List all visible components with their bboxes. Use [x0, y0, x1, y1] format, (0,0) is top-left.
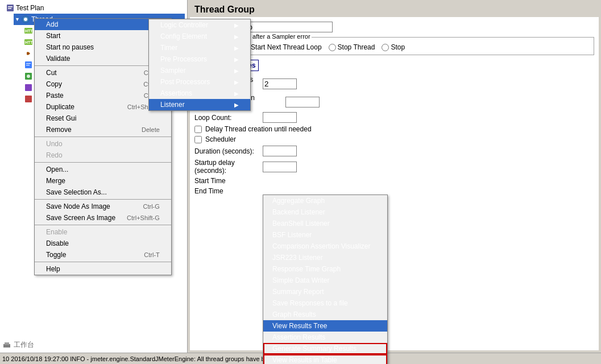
- logic-controller-label: Logic Controller: [160, 21, 208, 29]
- radio-start-next-label: Start Next Thread Loop: [251, 43, 322, 51]
- submenu-add-timer[interactable]: Timer ▶: [149, 42, 250, 53]
- radio-stop-input[interactable]: [382, 44, 389, 51]
- menu-item-save-selection-label: Save Selection As...: [46, 188, 107, 196]
- right-body: Name: Action to be taken after a Sampler…: [190, 17, 599, 350]
- listener-aggregate-graph-label: Aggregate Graph: [272, 197, 325, 205]
- workbench-label: 工作台: [14, 340, 34, 350]
- svg-rect-11: [26, 63, 31, 64]
- menu-item-save-node-shortcut: Ctrl-G: [143, 203, 160, 210]
- scheduler-row: Scheduler: [194, 135, 594, 143]
- starttime-label: Start Time: [194, 177, 263, 185]
- listener-generate-summary[interactable]: Generate Summary Results: [263, 343, 387, 354]
- radio-stop-thread-label: Stop Thread: [338, 43, 375, 51]
- duration-input[interactable]: [263, 146, 297, 156]
- submenu-add-post-processors[interactable]: Post Processors ▶: [149, 76, 250, 88]
- startup-input[interactable]: [263, 162, 297, 172]
- tree-item-test-plan[interactable]: Test Plan: [5, 2, 185, 14]
- submenu-add-pre-processors[interactable]: Pre Processors ▶: [149, 53, 250, 65]
- menu-item-enable: Enable: [35, 226, 171, 238]
- listener-graph-results[interactable]: Graph Results: [263, 309, 387, 320]
- threads-input[interactable]: [263, 78, 297, 89]
- sampler-label: Sampler: [160, 67, 186, 75]
- menu-item-validate-label: Validate: [46, 55, 70, 63]
- listener-view-results-table-label: View Results in Table: [272, 356, 337, 364]
- listener-bsf-label: BSF Listener: [272, 231, 312, 239]
- listener-beanshell[interactable]: BeanShell Listener: [263, 218, 387, 229]
- threads-row: Number of Threads (users):: [194, 76, 594, 92]
- delay-scheduler-row: Delay Thread creation until needed: [194, 125, 594, 133]
- listener-jsr223[interactable]: JSR223 Listener: [263, 252, 387, 263]
- timer-label: Timer: [160, 44, 177, 52]
- listener-assertion-results[interactable]: Assertion Results: [263, 332, 387, 343]
- menu-item-reset-gui[interactable]: Reset Gui: [35, 113, 171, 124]
- menu-item-disable[interactable]: Disable: [35, 238, 171, 249]
- post-processors-label: Post Processors: [160, 78, 210, 86]
- submenu-arrow-logic: ▶: [234, 22, 239, 28]
- radio-stop-thread[interactable]: Stop Thread: [329, 43, 375, 51]
- submenu-arrow-listener: ▶: [234, 102, 239, 108]
- menu-item-save-selection[interactable]: Save Selection As...: [35, 187, 171, 198]
- workbench-icon: [2, 340, 11, 350]
- scheduler-label: Scheduler: [205, 135, 236, 143]
- menu-item-save-node-image-label: Save Node As Image: [46, 202, 110, 210]
- duration-row: Duration (seconds):: [194, 146, 594, 156]
- listener-backend[interactable]: Backend Listener: [263, 206, 387, 218]
- separator-6: [35, 262, 171, 262]
- listener-simple-data-label: Simple Data Writer: [272, 276, 329, 284]
- submenu-add-sampler[interactable]: Sampler ▶: [149, 65, 250, 76]
- submenu-add-config[interactable]: Config Element ▶: [149, 31, 250, 42]
- assertions-label: Assertions: [160, 89, 192, 97]
- svg-rect-12: [26, 65, 30, 65]
- menu-item-add[interactable]: Add ▶ Logic Controller ▶ Config Element …: [35, 19, 171, 30]
- separator-2: [35, 136, 171, 137]
- svg-text:HTTP: HTTP: [25, 40, 33, 44]
- svg-text:HTTP: HTTP: [25, 29, 33, 33]
- menu-item-save-screen-image[interactable]: Save Screen As Image Ctrl+Shift-G: [35, 212, 171, 224]
- status-text: 10 2016/10/18 19:27:00 INFO - jmeter.eng…: [2, 355, 296, 362]
- listener-comparison[interactable]: Comparison Assertion Visualizer: [263, 241, 387, 252]
- listener-save-responses-label: Save Responses to a file: [272, 299, 348, 307]
- menu-item-enable-label: Enable: [46, 228, 67, 236]
- radio-stop[interactable]: Stop: [382, 43, 405, 51]
- listener-backend-label: Backend Listener: [272, 208, 325, 216]
- duration-label: Duration (seconds):: [194, 147, 263, 155]
- submenu-add-listener[interactable]: Listener ▶ Aggregate Graph Backend Liste…: [149, 99, 250, 110]
- menu-item-merge[interactable]: Merge: [35, 175, 171, 187]
- menu-item-start-label: Start: [46, 32, 60, 40]
- listener-beanshell-label: BeanShell Listener: [272, 220, 330, 228]
- rampup-input[interactable]: [285, 97, 320, 107]
- listener-simple-data[interactable]: Simple Data Writer: [263, 275, 387, 286]
- listener-save-responses[interactable]: Save Responses to a file: [263, 297, 387, 309]
- menu-item-help[interactable]: Help: [35, 263, 171, 275]
- listener-label: Listener: [160, 101, 185, 109]
- menu-item-save-node-image[interactable]: Save Node As Image Ctrl-G: [35, 201, 171, 212]
- delay-scheduler-checkbox[interactable]: [194, 126, 202, 133]
- listener-response-time[interactable]: Response Time Graph: [263, 263, 387, 275]
- menu-item-remove[interactable]: Remove Delete: [35, 124, 171, 135]
- listener-summary-report[interactable]: Summary Report: [263, 286, 387, 297]
- menu-item-open[interactable]: Open...: [35, 164, 171, 175]
- radio-start-next[interactable]: Start Next Thread Loop: [242, 43, 322, 51]
- listener-aggregate-graph[interactable]: Aggregate Graph: [263, 195, 387, 206]
- listener-bsf[interactable]: BSF Listener: [263, 229, 387, 241]
- submenu-add-logic-controller[interactable]: Logic Controller ▶: [149, 19, 250, 31]
- separator-5: [35, 225, 171, 225]
- listener-jsr223-label: JSR223 Listener: [272, 254, 323, 262]
- workbench-area: 工作台: [0, 337, 187, 353]
- submenu-arrow-pre: ▶: [234, 56, 239, 63]
- rampup-row: Ramp-Up Period (in seconds):: [194, 94, 594, 110]
- submenu-add-assertions[interactable]: Assertions ▶: [149, 88, 250, 99]
- delay-scheduler-label: Delay Thread creation until needed: [205, 125, 312, 133]
- radio-stop-thread-input[interactable]: [329, 44, 336, 51]
- radio-stop-label: Stop: [391, 43, 405, 51]
- summary-icon: [24, 60, 33, 69]
- pre-processors-label: Pre Processors: [160, 55, 207, 63]
- listener-view-results-tree[interactable]: View Results Tree: [263, 320, 387, 332]
- scheduler-checkbox[interactable]: [194, 136, 202, 143]
- menu-item-toggle[interactable]: Toggle Ctrl-T: [35, 249, 171, 260]
- listener-view-results-table[interactable]: View Results in Table: [263, 354, 387, 364]
- submenu-add: Logic Controller ▶ Config Element ▶ Time…: [148, 19, 251, 111]
- thread-icon: [21, 15, 30, 24]
- radio-group: Continue Start Next Thread Loop Stop Thr…: [198, 41, 590, 51]
- loop-input[interactable]: [263, 112, 297, 123]
